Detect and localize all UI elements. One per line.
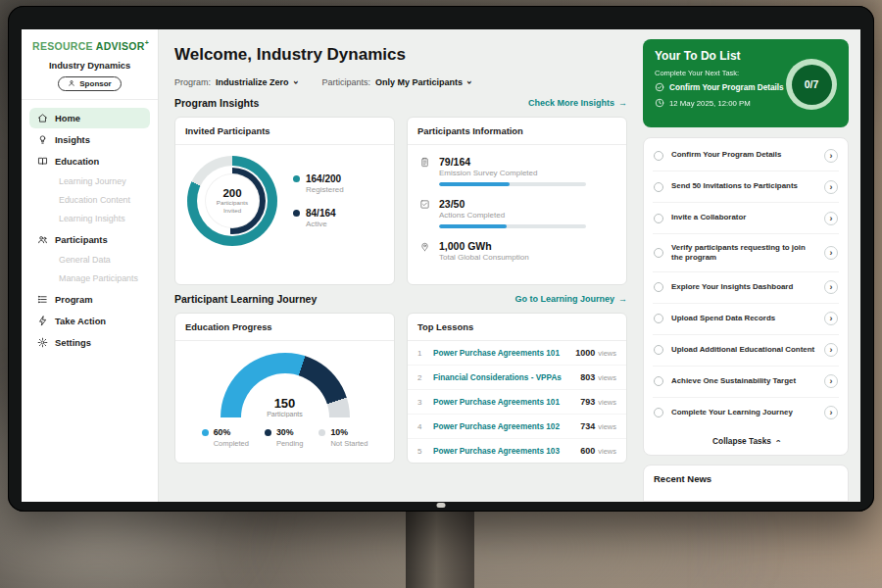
check-more-insights-link[interactable]: Check More Insights → [528,98,627,108]
chevron-right-icon[interactable]: › [824,374,838,388]
legend-dot [318,429,325,436]
sidebar-item-insights[interactable]: Insights [29,129,150,150]
sidebar-item-education-content[interactable]: Education Content [29,191,150,210]
todo-progress-ring: 0/7 [786,59,837,110]
sidebar-item-learning-journey[interactable]: Learning Journey [29,172,150,191]
legend-not-started: 10% Not Started [318,427,368,448]
legend-dot [293,175,300,182]
sidebar-item-general-data[interactable]: General Data [29,251,150,270]
task-checkbox[interactable] [654,151,663,161]
collapse-tasks-button[interactable]: Collapse Tasks › [653,428,839,453]
sidebar: RESOURCE ADVISOR+ Industry Dynamics Spon… [22,29,159,502]
task-send-invitations[interactable]: Send 50 Invitations to Participants › [653,172,839,203]
chevron-up-icon: › [772,439,782,442]
sidebar-item-learning-insights[interactable]: Learning Insights [29,210,150,228]
task-checkbox[interactable] [654,248,663,258]
task-complete-learning-journey[interactable]: Complete Your Learning Journey › [653,398,839,428]
sponsor-badge-label: Sponsor [79,79,111,88]
page-title: Welcome, Industry Dynamics [174,45,627,65]
lesson-row: 2 Financial Considerations - VPPAs 803vi… [408,366,626,390]
todo-progress-value: 0/7 [792,65,832,105]
task-checkbox[interactable] [654,214,663,223]
task-checkbox[interactable] [654,182,663,192]
chevron-right-icon[interactable]: › [824,149,838,163]
learning-journey-header: Participant Learning Journey Go to Learn… [174,293,627,305]
sidebar-item-program[interactable]: Program [29,289,150,310]
monitor-stand [406,508,474,588]
chevron-right-icon[interactable]: › [824,312,838,325]
invited-center-label: Participants Invited [212,199,253,215]
task-checkbox[interactable] [654,314,663,323]
book-icon [37,156,48,167]
lesson-link[interactable]: Financial Considerations - VPPAs [433,373,572,382]
task-upload-educational-content[interactable]: Upload Additional Educational Content › [653,335,839,367]
invited-participants-card: Invited Participants 200 Participants In… [174,117,395,285]
program-label: Program: [174,77,211,87]
participants-value: Only My Participants [375,77,463,87]
chevron-right-icon[interactable]: › [824,246,838,260]
filter-bar: Program: Industrialize Zero › Participan… [174,77,627,87]
program-insights-title: Program Insights [174,97,259,109]
monitor-bezel: RESOURCE ADVISOR+ Industry Dynamics Spon… [8,6,874,512]
education-gauge-chart: 150 Participants [220,353,350,417]
chevron-right-icon[interactable]: › [824,343,838,357]
lesson-link[interactable]: Power Purchase Agreements 103 [433,447,572,456]
chevron-right-icon[interactable]: › [824,212,838,225]
clipboard-icon [419,157,430,168]
invited-legend: 164/200 Registered 84/164 Active [293,173,344,228]
chevron-right-icon[interactable]: › [824,280,838,294]
list-icon [37,294,48,305]
task-checkbox[interactable] [654,282,663,292]
sidebar-item-settings[interactable]: Settings [29,332,150,353]
legend-dot [293,210,300,217]
task-checkbox[interactable] [654,408,663,417]
legend-dot [265,429,271,436]
organization-name: Industry Dynamics [29,61,150,71]
sidebar-item-participants[interactable]: Participants [29,229,150,250]
program-select[interactable]: Program: Industrialize Zero › [174,77,297,87]
insights-cards-row: Invited Participants 200 Participants In… [174,117,627,285]
task-explore-insights[interactable]: Explore Your Insights Dashboard › [653,272,839,304]
lesson-link[interactable]: Power Purchase Agreements 101 [433,398,572,407]
task-checkbox[interactable] [654,376,663,386]
lesson-row: 5 Power Purchase Agreements 103 600views [408,439,626,463]
task-checkbox[interactable] [654,345,663,355]
legend-active: 84/164 Active [293,208,344,228]
sidebar-item-education[interactable]: Education [29,151,150,172]
program-insights-header: Program Insights Check More Insights → [174,97,627,109]
bulb-icon [37,134,48,145]
pin-icon [419,241,430,252]
resource-advisor-logo: RESOURCE ADVISOR+ [29,39,150,52]
lesson-link[interactable]: Power Purchase Agreements 101 [433,349,567,358]
tasks-list: Confirm Your Program Details › Send 50 I… [643,137,849,456]
sponsor-badge[interactable]: Sponsor [58,76,121,91]
legend-registered: 164/200 Registered [293,173,344,194]
task-verify-participants[interactable]: Verify participants requesting to join t… [653,234,839,272]
program-value: Industrialize Zero [216,77,289,87]
task-achieve-target[interactable]: Achieve One Sustainability Target › [653,367,839,398]
sidebar-item-home[interactable]: Home [29,108,150,128]
emission-progress-bar [439,182,586,186]
task-confirm-program[interactable]: Confirm Your Program Details › [653,140,839,172]
task-upload-spend-data[interactable]: Upload Spend Data Records › [653,304,839,335]
participants-select[interactable]: Participants: Only My Participants › [322,77,471,87]
bolt-icon [37,316,48,326]
monitor-brand-dot [437,503,446,508]
chevron-down-icon: › [290,80,300,84]
learning-cards-row: Education Progress 150 Participants [174,313,627,464]
actions-progress-bar [439,224,586,228]
actions-completed-row: 23/50 Actions Completed [419,198,614,228]
lesson-link[interactable]: Power Purchase Agreements 102 [433,422,572,431]
chevron-right-icon[interactable]: › [824,180,838,194]
invited-donut-chart: 200 Participants Invited [187,156,277,246]
participants-label: Participants: [322,77,371,87]
top-lessons-card: Top Lessons 1 Power Purchase Agreements … [407,313,627,464]
task-invite-collaborator[interactable]: Invite a Collaborator › [653,203,839,234]
todo-panel: Your To Do List Complete Your Next Task:… [641,29,860,502]
chevron-right-icon[interactable]: › [824,406,838,419]
legend-pending: 30% Pending [265,427,304,448]
home-icon [37,113,48,123]
go-to-learning-journey-link[interactable]: Go to Learning Journey → [514,294,627,304]
sidebar-item-manage-participants[interactable]: Manage Participants [29,270,150,288]
sidebar-item-take-action[interactable]: Take Action [29,311,150,331]
